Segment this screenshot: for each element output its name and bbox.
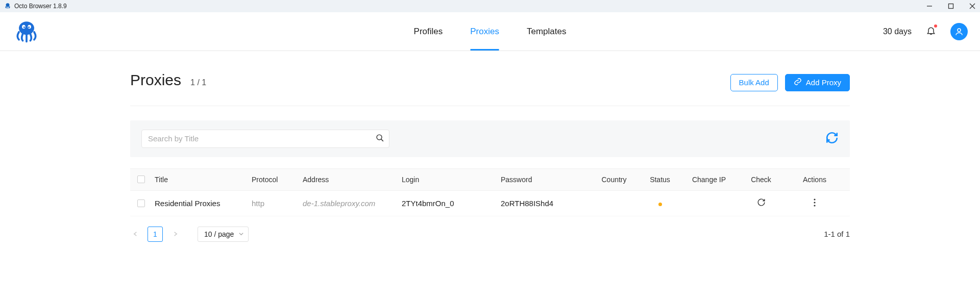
nav-profiles[interactable]: Profiles xyxy=(414,12,443,51)
minimize-button[interactable] xyxy=(926,3,933,10)
svg-line-12 xyxy=(381,139,383,141)
svg-point-10 xyxy=(958,29,961,32)
col-check: Check xyxy=(736,176,787,184)
page-range: 1-1 of 1 xyxy=(824,230,850,238)
cell-protocol: http xyxy=(252,199,303,208)
svg-point-15 xyxy=(814,205,815,206)
pagination: 1 10 / page 1-1 of 1 xyxy=(130,227,850,242)
svg-point-14 xyxy=(814,202,815,203)
nav-templates[interactable]: Templates xyxy=(527,12,566,51)
main-nav: Profiles Proxies Templates xyxy=(414,12,567,51)
add-proxy-label: Add Proxy xyxy=(806,78,841,87)
row-actions-button[interactable] xyxy=(814,198,816,207)
notification-dot-icon xyxy=(934,24,937,28)
col-status: Status xyxy=(638,176,682,184)
window-title: Octo Browser 1.8.9 xyxy=(14,3,67,10)
svg-point-11 xyxy=(377,135,382,140)
maximize-button[interactable] xyxy=(947,3,954,10)
octo-logo xyxy=(12,18,41,44)
search-input[interactable] xyxy=(141,130,389,148)
svg-point-8 xyxy=(23,27,25,28)
col-country: Country xyxy=(591,176,638,184)
app-header: Profiles Proxies Templates 30 days xyxy=(0,12,980,51)
svg-point-9 xyxy=(28,27,30,28)
svg-point-5 xyxy=(19,21,34,35)
svg-point-13 xyxy=(814,198,815,200)
cell-status xyxy=(638,199,682,208)
refresh-button[interactable] xyxy=(825,131,839,146)
prev-page-button[interactable] xyxy=(130,229,140,239)
bulk-add-button[interactable]: Bulk Add xyxy=(730,74,778,91)
days-remaining[interactable]: 30 days xyxy=(883,27,912,36)
col-login: Login xyxy=(402,176,501,184)
window-titlebar: Octo Browser 1.8.9 xyxy=(0,0,980,12)
check-proxy-button[interactable] xyxy=(757,198,766,207)
cell-address: de-1.stableproxy.com xyxy=(303,199,402,208)
row-checkbox[interactable] xyxy=(137,199,145,207)
close-button[interactable] xyxy=(969,3,976,10)
table-header: Title Protocol Address Login Password Co… xyxy=(130,168,850,191)
svg-rect-2 xyxy=(949,4,953,9)
link-icon xyxy=(794,78,802,87)
cell-password: 2oRTH88IShd4 xyxy=(501,199,591,208)
page-size-select[interactable]: 10 / page xyxy=(198,227,249,242)
select-all-checkbox[interactable] xyxy=(137,176,145,183)
cell-title: Residential Proxies xyxy=(155,199,252,208)
page-title: Proxies xyxy=(130,71,181,89)
col-actions: Actions xyxy=(787,176,843,184)
svg-point-0 xyxy=(6,3,10,7)
app-icon xyxy=(4,2,11,11)
page-number[interactable]: 1 xyxy=(148,227,163,242)
page-size-label: 10 / page xyxy=(204,230,234,238)
notifications-button[interactable] xyxy=(926,26,936,37)
status-dot-icon xyxy=(658,203,662,206)
chevron-down-icon xyxy=(238,231,244,237)
next-page-button[interactable] xyxy=(170,229,180,239)
nav-proxies[interactable]: Proxies xyxy=(470,12,499,51)
col-change-ip: Change IP xyxy=(682,176,736,184)
proxy-table: Title Protocol Address Login Password Co… xyxy=(130,168,850,216)
search-bar xyxy=(130,120,850,157)
col-protocol: Protocol xyxy=(252,176,303,184)
col-password: Password xyxy=(501,176,591,184)
search-icon[interactable] xyxy=(376,134,384,144)
page-header: Proxies 1 / 1 Bulk Add Add Proxy xyxy=(130,71,850,106)
cell-login: 2TYt4bmrOn_0 xyxy=(402,199,501,208)
page-count: 1 / 1 xyxy=(190,78,206,87)
table-row[interactable]: Residential Proxies http de-1.stableprox… xyxy=(130,191,850,216)
col-title[interactable]: Title xyxy=(155,176,252,184)
col-address: Address xyxy=(303,176,402,184)
user-avatar[interactable] xyxy=(950,23,968,40)
add-proxy-button[interactable]: Add Proxy xyxy=(785,74,850,91)
